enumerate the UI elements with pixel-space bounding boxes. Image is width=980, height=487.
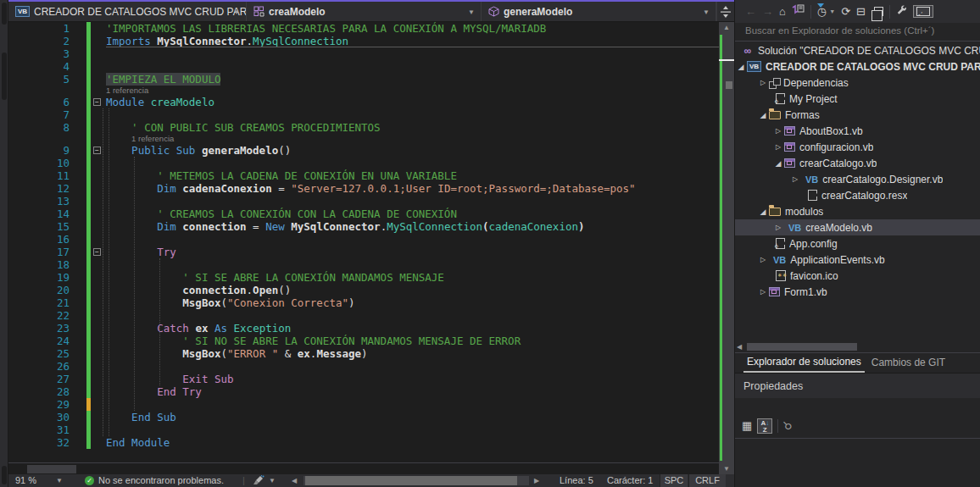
code-line[interactable]: 9− Public Sub generaModelo() xyxy=(8,144,719,157)
tree-item-my-project[interactable]: My Project xyxy=(735,91,980,107)
zoom-control[interactable]: 91 % xyxy=(15,474,36,487)
expander-collapsed-icon[interactable]: ▷ xyxy=(772,224,784,231)
property-pages-key-icon[interactable]: ⚲ xyxy=(780,418,794,433)
codelens-references[interactable]: 1 referencia xyxy=(106,86,148,96)
tree-item-formas[interactable]: ◢ Formas xyxy=(735,107,980,123)
tree-item-applicationevents[interactable]: ▷ VB ApplicationEvents.vb xyxy=(735,252,980,268)
expander-collapsed-icon[interactable]: ▷ xyxy=(772,143,784,151)
categorized-view-icon[interactable]: ▦ xyxy=(742,419,752,432)
problems-status[interactable]: No se encontraron problemas. xyxy=(98,474,224,487)
expander-collapsed-icon[interactable]: ▷ xyxy=(772,127,784,135)
preview-selected-items-button[interactable] xyxy=(913,5,933,18)
code-line[interactable]: 5'EMPIEZA EL MODULO xyxy=(8,73,719,86)
tree-item-configuracion[interactable]: ▷ configuracion.vb xyxy=(735,139,980,155)
code-line[interactable]: 2Imports MySqlConnector.MySqlConnection xyxy=(8,35,719,47)
code-line[interactable]: 1'IMPORTAMOS LAS LIBRERIAS NECESARIAS PA… xyxy=(8,22,719,35)
code-line[interactable]: 23 Catch ex As Exception xyxy=(8,322,719,335)
codelens-row[interactable]: 1 referencia xyxy=(8,134,719,144)
code-line[interactable]: 20 connection.Open() xyxy=(8,284,719,296)
code-line[interactable]: 15 Dim connection = New MySqlConnector.M… xyxy=(8,220,719,233)
type-dropdown[interactable]: creaModelo ▼ xyxy=(247,2,482,21)
tree-item-crearcatalogo-resx[interactable]: crearCatalogo.resx xyxy=(735,187,980,203)
tab-cambios-de-git[interactable]: Cambios de GIT xyxy=(868,354,949,372)
tree-item-crearcatalogo[interactable]: ◢ crearCatalogo.vb xyxy=(735,155,980,171)
scroll-right-arrow-icon[interactable]: ▶ xyxy=(534,474,539,487)
code-line[interactable]: 27 Exit Sub xyxy=(8,373,719,385)
tree-item-form1[interactable]: ▷ Form1.vb xyxy=(735,284,980,300)
zoom-dropdown-caret-icon[interactable]: ▼ xyxy=(56,474,63,487)
code-line[interactable]: 30 End Sub xyxy=(8,411,719,423)
collapse-all-icon[interactable]: ⊟ xyxy=(856,5,866,19)
home-icon[interactable]: ⌂ xyxy=(779,5,786,19)
expander-expanded-icon[interactable]: ◢ xyxy=(735,63,747,71)
code-line[interactable]: 18 xyxy=(8,258,719,271)
expander-collapsed-icon[interactable]: ▷ xyxy=(789,175,801,183)
alphabetical-sort-icon[interactable]: A↓Z xyxy=(757,418,772,434)
code-line[interactable]: 6−Module creaModelo xyxy=(8,96,719,108)
expander-collapsed-icon[interactable]: ▷ xyxy=(757,288,769,296)
code-line[interactable]: 22 xyxy=(8,309,719,322)
code-line[interactable]: 24 ' SI NO SE ABRE LA CONEXIÓN MANDAMOS … xyxy=(8,335,719,347)
filter-dropdown-caret-icon[interactable]: ▼ xyxy=(829,8,835,14)
sync-with-active-document-icon[interactable] xyxy=(792,4,805,19)
expander-collapsed-icon[interactable]: ▷ xyxy=(757,256,769,263)
expander-expanded-icon[interactable]: ◢ xyxy=(772,159,784,168)
code-line[interactable]: 13 xyxy=(8,195,719,208)
expander-collapsed-icon[interactable]: ▷ xyxy=(757,79,769,86)
column-indicator[interactable]: Carácter: 1 xyxy=(607,474,653,487)
code-line[interactable]: 21 MsgBox("Conexion Correcta") xyxy=(8,296,719,309)
line-ending-indicator[interactable]: CRLF xyxy=(688,474,726,487)
pending-changes-filter-icon[interactable]: ◷ xyxy=(817,5,827,19)
editor-vertical-scrollbar[interactable]: ▲ ▼ xyxy=(719,22,734,474)
code-cleanup-broom-icon[interactable] xyxy=(253,475,264,487)
solution-explorer-search[interactable]: Buscar en Explorador de soluciones (Ctrl… xyxy=(735,23,980,42)
code-line[interactable]: 16 xyxy=(8,233,719,246)
tree-scrollbar-thumb[interactable] xyxy=(747,343,857,351)
scroll-up-arrow-icon[interactable]: ▲ xyxy=(719,22,734,33)
vertical-scrollbar-thumb[interactable] xyxy=(726,81,732,89)
tree-item-solution[interactable]: ∞ Solución "CREADOR DE CATALOGOS MVC CRU xyxy=(735,42,980,58)
scroll-left-arrow-icon[interactable]: ◀ xyxy=(737,343,742,351)
scroll-down-arrow-icon[interactable]: ▼ xyxy=(719,463,734,474)
code-line[interactable]: 29 xyxy=(8,398,719,411)
health-check-icon[interactable]: ✓ xyxy=(85,476,94,485)
tab-explorador-de-soluciones[interactable]: Explorador de soluciones xyxy=(743,353,865,373)
codelens-row[interactable]: 1 referencia xyxy=(8,86,719,96)
line-indicator[interactable]: Línea: 5 xyxy=(560,474,593,487)
code-line[interactable]: 32End Module xyxy=(8,436,719,449)
refresh-icon[interactable]: ⟳ xyxy=(841,5,850,19)
cleanup-dropdown-caret-icon[interactable]: ▼ xyxy=(269,474,276,487)
member-dropdown[interactable]: generaModelo ▼ xyxy=(482,2,716,21)
fold-collapse-box-icon[interactable]: − xyxy=(93,98,101,106)
tree-item-crearcatalogo-designer[interactable]: ▷ VB crearCatalogo.Designer.vb xyxy=(735,171,980,187)
codelens-references[interactable]: 1 referencia xyxy=(106,134,174,144)
code-line[interactable]: 10 xyxy=(8,157,719,169)
code-line[interactable]: 14 ' CREAMOS LA CONEXIÓN CON LA CADENA D… xyxy=(8,208,719,220)
scroll-left-arrow-icon[interactable]: ◀ xyxy=(292,474,297,487)
back-icon[interactable]: ← xyxy=(745,5,756,19)
expander-expanded-icon[interactable]: ◢ xyxy=(757,208,769,216)
properties-wrench-icon[interactable] xyxy=(896,4,907,19)
tree-horizontal-scrollbar[interactable]: ◀ xyxy=(735,342,980,351)
tree-item-creamodelo-selected[interactable]: ▷ VB creaModelo.vb xyxy=(735,219,980,235)
code-line[interactable]: 12 Dim cadenaConexion = "Server=127.0.0.… xyxy=(8,182,719,195)
project-dropdown[interactable]: VB CREADOR DE CATALOGOS MVC CRUD PARA . … xyxy=(8,2,247,21)
code-line[interactable]: 19 ' SI SE ABRE LA CONEXIÓN MANDAMOS MEN… xyxy=(8,271,719,284)
tree-item-dependencias[interactable]: ▷ Dependencias xyxy=(735,75,980,91)
fold-collapse-box-icon[interactable]: − xyxy=(93,248,101,256)
tree-item-favicon[interactable]: favicon.ico xyxy=(735,268,980,284)
show-all-files-icon[interactable] xyxy=(874,7,883,16)
tree-item-modulos[interactable]: ◢ modulos xyxy=(735,203,980,219)
code-line[interactable]: 28 End Try xyxy=(8,385,719,398)
code-line[interactable]: 31 xyxy=(8,423,719,436)
code-line[interactable]: 7 xyxy=(8,108,719,121)
code-line[interactable]: 26 xyxy=(8,360,719,373)
horizontal-scrollbar[interactable] xyxy=(303,476,529,485)
fold-collapse-box-icon[interactable]: − xyxy=(93,147,101,154)
forward-icon[interactable]: → xyxy=(762,5,773,19)
spaces-indicator[interactable]: SPC xyxy=(660,474,688,487)
code-line[interactable]: 17− Try xyxy=(8,246,719,258)
horizontal-scrollbar-thumb[interactable] xyxy=(305,476,517,485)
code-line[interactable]: 4 xyxy=(8,60,719,73)
expander-expanded-icon[interactable]: ◢ xyxy=(757,111,769,119)
